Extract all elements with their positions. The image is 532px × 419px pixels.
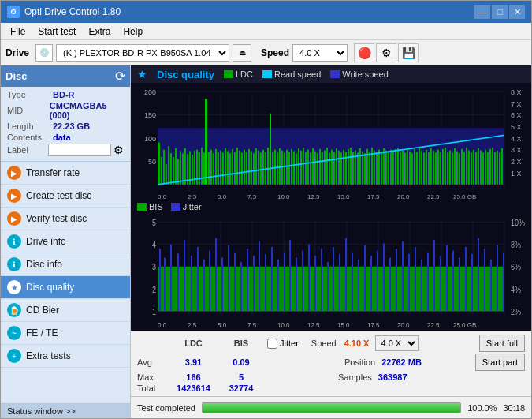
svg-rect-154	[480, 151, 482, 185]
nav-label-transfer-rate: Transfer rate	[26, 167, 80, 178]
svg-rect-137	[440, 152, 441, 184]
svg-rect-211	[197, 247, 199, 311]
jitter-checkbox[interactable]	[267, 339, 277, 349]
status-window-toggle[interactable]: Status window >>	[1, 404, 130, 418]
eject-button[interactable]: ⏏	[233, 44, 251, 62]
svg-text:1: 1	[152, 307, 156, 316]
svg-rect-80	[305, 152, 307, 184]
right-panel: ★ Disc quality LDC Read speed Write spee…	[131, 65, 531, 418]
svg-rect-18	[158, 143, 160, 185]
legend-ldc-label: LDC	[236, 69, 253, 79]
svg-rect-48	[229, 153, 231, 185]
svg-rect-81	[307, 150, 309, 185]
chart-header: ★ Disc quality LDC Read speed Write spee…	[131, 65, 531, 83]
svg-text:25.0 GB: 25.0 GB	[453, 320, 477, 329]
svg-text:5.0: 5.0	[218, 193, 226, 200]
menu-extra[interactable]: Extra	[82, 24, 117, 39]
svg-rect-56	[248, 149, 250, 185]
svg-text:7.5: 7.5	[247, 320, 256, 329]
svg-rect-155	[482, 152, 484, 184]
svg-rect-128	[419, 148, 420, 185]
speed-select-stats[interactable]: 4.0 X	[375, 335, 419, 351]
svg-text:7 X: 7 X	[511, 100, 522, 108]
svg-rect-39	[208, 152, 210, 184]
svg-rect-49	[232, 149, 233, 185]
menu-start-test[interactable]: Start test	[32, 24, 82, 39]
svg-rect-46	[225, 148, 226, 185]
svg-rect-131	[426, 150, 427, 185]
svg-text:7.5: 7.5	[247, 193, 256, 200]
samples-label: Samples	[338, 372, 372, 382]
svg-text:4: 4	[152, 241, 157, 250]
svg-rect-160	[494, 152, 496, 184]
label-settings-icon[interactable]: ⚙	[113, 144, 124, 156]
toolbar-icons: 🔴 ⚙ 💾	[354, 43, 419, 62]
svg-rect-241	[383, 243, 385, 311]
disc-refresh-icon[interactable]: ⟳	[115, 69, 125, 84]
svg-rect-130	[423, 152, 425, 184]
svg-rect-61	[260, 152, 262, 184]
sidebar-item-drive-info[interactable]: ℹ Drive info	[1, 230, 130, 253]
svg-rect-124	[409, 152, 411, 185]
disc-quality-icon: ★	[7, 280, 21, 294]
bottom-chart-header: BIS Jitter	[134, 200, 528, 213]
svg-rect-108	[371, 148, 373, 185]
svg-rect-58	[253, 153, 255, 185]
svg-rect-53	[241, 152, 243, 184]
svg-rect-242	[389, 258, 391, 312]
start-full-button[interactable]: Start full	[479, 335, 525, 352]
disc-label-input[interactable]	[48, 144, 111, 156]
svg-rect-84	[314, 152, 316, 185]
svg-rect-65	[270, 114, 271, 185]
progress-bar-area: Test completed 100.0% 30:18	[131, 396, 531, 418]
sidebar-item-extra-tests[interactable]: + Extra tests	[1, 345, 130, 368]
svg-rect-231	[321, 249, 322, 311]
sidebar-item-verify-test-disc[interactable]: ▶ Verify test disc	[1, 208, 130, 230]
svg-rect-63	[265, 152, 266, 184]
sidebar-item-create-test-disc[interactable]: ▶ Create test disc	[1, 185, 130, 208]
sidebar-item-disc-info[interactable]: ℹ Disc info	[1, 253, 130, 276]
chart-title: Disc quality	[157, 69, 214, 80]
disc-section-header: Disc ⟳	[1, 65, 130, 87]
minimize-button[interactable]: —	[474, 5, 490, 19]
disc-info-icon: ℹ	[7, 257, 21, 271]
maximize-button[interactable]: □	[492, 5, 508, 19]
menu-help[interactable]: Help	[117, 24, 149, 39]
toolbar-btn-3[interactable]: 💾	[398, 43, 419, 62]
svg-rect-125	[411, 153, 413, 185]
position-val: 22762 MB	[381, 357, 422, 367]
svg-rect-224	[277, 260, 279, 312]
legend-ldc-color	[224, 70, 233, 78]
svg-rect-123	[407, 148, 408, 185]
sidebar-item-fe-te[interactable]: ~ FE / TE	[1, 322, 130, 345]
toolbar-btn-2[interactable]: ⚙	[376, 43, 396, 62]
svg-rect-75	[293, 152, 295, 185]
svg-text:22.5: 22.5	[427, 193, 440, 200]
svg-rect-99	[350, 148, 352, 185]
speed-select[interactable]: 4.0 X	[292, 44, 348, 62]
sidebar-item-transfer-rate[interactable]: ▶ Transfer rate	[1, 162, 130, 185]
legend-jitter-color	[171, 203, 180, 211]
sidebar-item-disc-quality[interactable]: ★ Disc quality	[1, 276, 130, 299]
toolbar-btn-1[interactable]: 🔴	[354, 43, 374, 62]
stats-ldc-header: LDC	[172, 339, 215, 348]
svg-rect-120	[400, 152, 401, 184]
legend-read-speed: Read speed	[262, 69, 321, 79]
stats-data-row: Avg 3.91 0.09 Position 22762 MB Start pa…	[137, 354, 525, 371]
disc-label-key: Label	[7, 145, 48, 155]
menu-file[interactable]: File	[4, 24, 32, 39]
svg-text:150: 150	[144, 112, 156, 120]
svg-rect-72	[286, 150, 288, 185]
drive-select[interactable]: (K:) PLEXTOR BD-R PX-B950SA 1.04	[56, 44, 229, 62]
close-button[interactable]: ✕	[509, 5, 525, 19]
drive-icon: 💿	[35, 44, 53, 62]
svg-rect-162	[499, 152, 500, 184]
progress-fill	[203, 403, 460, 413]
svg-text:8%: 8%	[511, 241, 521, 250]
svg-text:3 X: 3 X	[511, 147, 522, 155]
start-part-button[interactable]: Start part	[475, 354, 525, 371]
sidebar-item-cd-bier[interactable]: 🍺 CD Bier	[1, 299, 130, 322]
svg-rect-55	[246, 152, 247, 184]
svg-rect-247	[421, 260, 422, 312]
svg-rect-82	[310, 152, 311, 184]
